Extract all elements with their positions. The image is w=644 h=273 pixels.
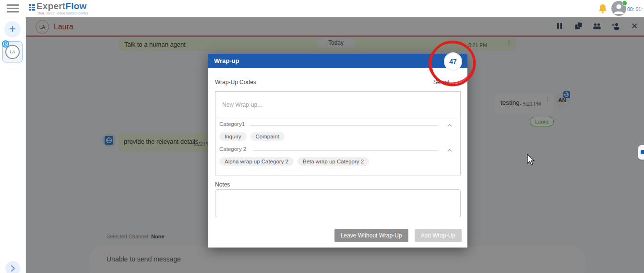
wrapup-dialog: Wrap-up 47 Wrap-Up Codes Select Category… xyxy=(208,54,467,248)
chevron-right-icon xyxy=(5,269,20,273)
add-icon: + xyxy=(9,22,16,35)
divider xyxy=(253,150,438,150)
top-bar: ExpertFlow chat, voice, video contact ce… xyxy=(0,0,644,17)
logo-grid-icon xyxy=(29,4,35,11)
notes-textarea[interactable] xyxy=(215,189,461,217)
hamburger-menu-icon[interactable] xyxy=(7,4,19,13)
wrapup-chip[interactable]: Alpha wrap up Category 2 xyxy=(219,157,294,166)
select-all-link[interactable]: Select xyxy=(433,79,449,86)
sidebar-session-chip[interactable]: LA xyxy=(2,41,23,62)
category-header: Category 2 xyxy=(215,143,460,155)
collapsed-panel-tab[interactable] xyxy=(638,145,644,160)
new-wrapup-input[interactable] xyxy=(215,92,460,118)
wrapup-codes-box: Category1 Inquiry Compaint Category 2 Al… xyxy=(215,91,461,175)
category-name: Category1 xyxy=(219,121,245,127)
expand-panel-button[interactable] xyxy=(5,261,20,273)
chip-row: Inquiry Compaint xyxy=(215,130,460,143)
chevron-up-icon[interactable] xyxy=(447,121,453,126)
wrapup-chip[interactable]: Inquiry xyxy=(219,132,247,141)
category-header: Category1 xyxy=(215,118,460,130)
chip-row: Alpha wrap up Category 2 Beta wrap up Ca… xyxy=(215,155,460,168)
new-chat-button[interactable]: + xyxy=(4,21,21,37)
wrapup-chip[interactable]: Compaint xyxy=(250,132,285,141)
wrapup-codes-label: Wrap-Up Codes xyxy=(215,79,256,86)
dialog-title: Wrap-up xyxy=(214,57,239,64)
session-timer: 00: 01: 49 xyxy=(627,6,644,12)
brand-name: ExpertFlow xyxy=(36,1,86,12)
leave-without-wrapup-button[interactable]: Leave Without Wrap-Up xyxy=(334,229,408,242)
notification-bell-icon[interactable] xyxy=(598,3,608,14)
conversation-sidebar: + LA xyxy=(0,17,26,273)
notes-label: Notes xyxy=(215,181,230,188)
status-dot xyxy=(622,0,627,6)
brand-tagline: chat, voice, video contact center xyxy=(37,12,88,15)
chevron-up-icon[interactable] xyxy=(447,146,453,151)
add-wrapup-button[interactable]: Add Wrap-Up xyxy=(415,229,462,242)
wrapup-chip[interactable]: Beta wrap up Category 2 xyxy=(298,157,369,166)
app-screen: ExpertFlow chat, voice, video contact ce… xyxy=(0,0,644,273)
divider xyxy=(250,125,438,125)
panel-tab-icon xyxy=(641,150,644,154)
dialog-actions: Leave Without Wrap-Up Add Wrap-Up xyxy=(334,229,462,242)
wrapup-countdown-timer: 47 xyxy=(444,52,462,71)
wrapup-dialog-header: Wrap-up xyxy=(208,54,467,68)
clock-badge-icon xyxy=(2,40,9,48)
category-name: Category 2 xyxy=(219,146,246,152)
